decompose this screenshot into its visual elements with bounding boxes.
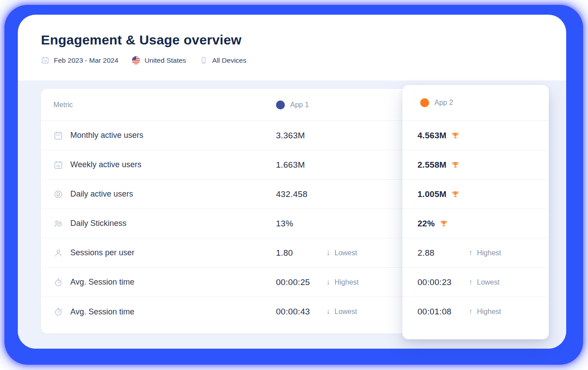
date-range-filter[interactable]: Feb 2023 - Mar 2024 [41,56,118,64]
rank-label: Highest [477,249,501,257]
page-title: Engagement & Usage overview [41,32,566,48]
app2-value: 1.005M [418,189,446,199]
devices-label: All Devices [212,56,247,64]
rank-label: Lowest [477,278,500,286]
metric-name: Avg. Session time [70,307,134,317]
card-header: Engagement & Usage overview Feb 2023 - M… [18,15,566,64]
calendar-month-icon [53,131,63,141]
metric-name: Daily Stickiness [70,219,126,228]
devices-filter[interactable]: All Devices [199,56,247,64]
person-icon [53,248,63,258]
app2-column-card: App 2 4.563M 2.558M [402,85,549,339]
app2-column-header: App 2 [402,85,549,121]
app1-label: App 1 [290,101,309,109]
trophy-icon [439,219,448,228]
app2-row: 2.88 ↑ Highest [402,238,549,268]
app1-column-header: App 1 [276,101,309,109]
rank-label: Lowest [335,308,357,316]
calendar-week-icon [53,160,63,170]
app2-value: 00:01:08 [418,307,469,317]
trophy-icon [451,131,460,140]
app2-value: 2.558M [418,160,446,170]
app1-value: 13% [276,219,326,229]
app2-row: 1.005M [402,180,549,209]
app2-value: 4.563M [418,131,446,141]
calendar-icon [41,56,49,64]
metric-column-header: Metric [41,101,276,109]
us-flag-icon [132,56,140,64]
arrow-up-icon: ↑ [469,278,473,287]
arrow-up-icon: ↑ [469,307,473,316]
trophy-icon [451,190,460,199]
app1-value: 00:00:25 [276,278,326,287]
users-group-icon [53,219,63,229]
screenshot-canvas: Engagement & Usage overview Feb 2023 - M… [0,0,588,370]
stopwatch-icon [53,307,63,317]
metric-name: Weekly active users [70,160,142,169]
app2-row: 4.563M [402,121,549,150]
app2-value: 22% [418,219,435,229]
filter-bar: Feb 2023 - Mar 2024 [41,56,566,64]
app2-row: 22% [402,209,549,238]
arrow-down-icon: ↓ [326,278,330,287]
stopwatch-icon [53,278,63,287]
metric-name: Avg. Session time [70,278,134,287]
rank-label: Highest [477,308,501,316]
app2-value: 00:00:23 [418,278,469,287]
trophy-icon [451,161,460,169]
arrow-up-icon: ↑ [469,249,473,257]
app1-value: 1.663M [276,160,326,170]
metric-name: Daily active users [70,189,133,199]
app2-row: 00:00:23 ↑ Lowest [402,268,549,297]
app1-value: 432.458 [276,189,326,199]
app2-row: 00:01:08 ↑ Highest [402,297,549,326]
app2-label: App 2 [434,99,453,107]
app1-rank-badge: ↓ Lowest [326,307,357,316]
app2-rank-badge: ↑ Highest [469,249,501,257]
app1-value: 00:00:43 [276,307,326,317]
metric-name: Sessions per user [70,248,134,257]
app2-rank-badge: ↑ Lowest [469,278,499,287]
app1-dot [276,101,285,109]
device-icon [199,56,208,64]
rank-label: Highest [335,278,359,286]
app2-rank-badge: ↑ Highest [469,307,501,316]
app2-value: 2.88 [418,248,469,258]
app1-value: 3.363M [276,131,326,141]
date-range-label: Feb 2023 - Mar 2024 [54,56,118,64]
metric-name: Monthly active users [70,131,143,140]
app1-value: 1.80 [276,248,326,258]
rank-label: Lowest [335,249,357,257]
country-filter[interactable]: United States [132,56,186,64]
app1-rank-badge: ↓ Lowest [326,249,357,257]
app1-rank-badge: ↓ Highest [326,278,359,287]
arrow-down-icon: ↓ [326,249,330,257]
country-label: United States [145,56,186,64]
arrow-down-icon: ↓ [326,307,330,316]
daily-user-icon [53,189,63,199]
app2-row: 2.558M [402,150,549,180]
app2-dot [420,98,429,107]
